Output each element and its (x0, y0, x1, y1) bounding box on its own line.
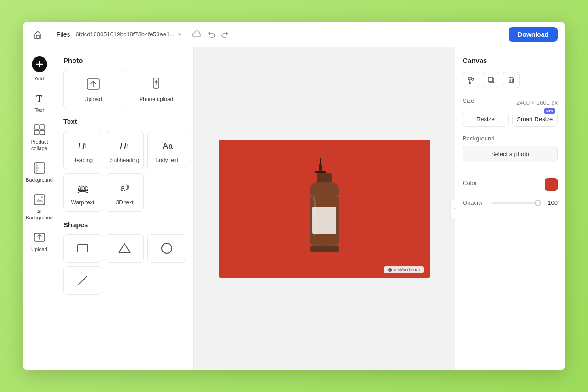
size-value: 2400 × 1601 px (516, 99, 558, 106)
photo-section-title: Photo (63, 56, 186, 64)
svg-text:1: 1 (84, 143, 87, 150)
sidebar-text-label: Text (34, 107, 44, 113)
3d-text-card[interactable]: a 3D text (106, 173, 144, 212)
svg-rect-4 (34, 125, 39, 129)
svg-text:Aa: Aa (163, 141, 173, 151)
upload-card-icon (85, 76, 102, 92)
add-icon (32, 56, 47, 72)
opacity-section: Opacity 100 (463, 199, 558, 206)
color-row: Color (463, 178, 558, 191)
svg-rect-0 (36, 35, 39, 38)
collapse-panel-button[interactable] (450, 200, 455, 218)
svg-rect-45 (488, 77, 493, 82)
redo-icon[interactable] (220, 30, 230, 39)
size-section: Size 2400 × 1601 px Resize Smart Resize … (463, 97, 558, 127)
rectangle-shape-card[interactable] (63, 234, 102, 263)
smart-resize-button[interactable]: Smart Resize Pro (512, 112, 558, 127)
background-icon (32, 161, 47, 175)
duplicate-button[interactable] (483, 72, 499, 88)
svg-rect-6 (34, 130, 39, 135)
text-section-title: Text (63, 118, 186, 125)
upload-icon (32, 230, 47, 245)
home-button[interactable] (30, 27, 45, 42)
photo-grid: Upload Phone upload (63, 70, 186, 108)
undo-icon[interactable] (207, 30, 216, 39)
svg-rect-7 (40, 130, 45, 135)
download-button[interactable]: Download (509, 27, 558, 42)
phone-upload-icon (148, 76, 164, 92)
3d-text-icon: a (116, 179, 133, 196)
delete-button[interactable] (503, 72, 520, 88)
right-panel: Canvas Size 2400 × 1601 px (455, 47, 565, 370)
svg-rect-35 (319, 164, 322, 173)
format-paint-button[interactable] (463, 72, 479, 88)
circle-icon (158, 240, 175, 257)
svg-text:T: T (36, 94, 42, 104)
files-link[interactable]: Files (57, 31, 70, 38)
body-text-icon: Aa (158, 137, 175, 153)
line-shape-card[interactable] (63, 266, 102, 295)
sidebar-item-ai-background[interactable]: AI Background (25, 189, 54, 224)
svg-rect-43 (469, 82, 471, 84)
sidebar-add[interactable]: Add (25, 53, 54, 85)
product-collage-icon (32, 123, 47, 137)
size-label: Size (463, 97, 474, 104)
line-icon (74, 272, 91, 289)
warp-text-label: Warp text (71, 199, 94, 206)
shapes-section-title: Shapes (63, 221, 186, 229)
circle-shape-card[interactable] (147, 234, 186, 263)
body-text-label: Body text (155, 157, 178, 163)
triangle-shape-card[interactable] (106, 234, 144, 263)
ai-background-icon (32, 192, 47, 207)
product-bottle (292, 156, 356, 262)
opacity-thumb[interactable] (535, 200, 541, 206)
warp-text-icon: abc (74, 179, 91, 196)
cloud-icon[interactable] (192, 29, 202, 39)
opacity-value: 100 (545, 199, 558, 206)
phone-upload-card[interactable]: Phone upload (127, 70, 187, 108)
svg-rect-39 (310, 246, 339, 252)
svg-text:abc: abc (78, 184, 88, 191)
left-panel: Photo Upload Phone upload Text (56, 47, 194, 370)
svg-marker-30 (119, 244, 130, 252)
color-label: Color (463, 179, 477, 186)
color-section: Color (463, 178, 558, 191)
filename-display[interactable]: 6fdcd160051019bc18f73b4fe53ae1... (76, 31, 183, 38)
sidebar-item-text[interactable]: T Text (25, 87, 54, 117)
sidebar-product-collage-label: Product collage (28, 139, 51, 151)
resize-button[interactable]: Resize (463, 112, 509, 127)
size-row: Size 2400 × 1601 px (463, 97, 558, 108)
sidebar-item-product-collage[interactable]: Product collage (25, 119, 54, 155)
opacity-row: Opacity 100 (463, 199, 558, 206)
sidebar-ai-background-label: AI Background (26, 209, 53, 221)
canvas-image: i insMind.com (219, 140, 430, 278)
svg-rect-8 (34, 163, 45, 173)
shapes-grid (63, 234, 186, 295)
canvas-actions (463, 72, 558, 88)
color-swatch[interactable] (545, 178, 558, 191)
background-label: Background (463, 135, 558, 142)
heading-icon: H1 (74, 137, 91, 153)
svg-rect-36 (317, 173, 332, 182)
warp-text-card[interactable]: abc Warp text (63, 173, 102, 212)
svg-rect-29 (78, 245, 88, 252)
phone-upload-label: Phone upload (139, 96, 173, 102)
canvas-area: i insMind.com (194, 47, 455, 370)
divider (51, 29, 51, 40)
sidebar-item-upload[interactable]: Upload (25, 226, 54, 256)
upload-card[interactable]: Upload (63, 70, 123, 108)
svg-text:a: a (120, 184, 125, 193)
text-grid: H1 Heading H2 Subheading Aa Body text (63, 131, 186, 212)
heading-card[interactable]: H1 Heading (63, 131, 102, 169)
main-area: Add T Text Product collage (23, 47, 565, 370)
select-photo-button[interactable]: Select a photo (463, 146, 558, 162)
subheading-card[interactable]: H2 Subheading (106, 131, 144, 169)
svg-point-15 (41, 196, 43, 198)
text-icon: T (32, 91, 47, 106)
opacity-slider[interactable] (492, 202, 541, 204)
3d-text-label: 3D text (116, 199, 133, 206)
body-text-card[interactable]: Aa Body text (147, 131, 186, 169)
svg-text:2: 2 (125, 143, 129, 150)
sidebar-item-background[interactable]: Background (25, 157, 54, 187)
svg-rect-14 (34, 195, 45, 205)
